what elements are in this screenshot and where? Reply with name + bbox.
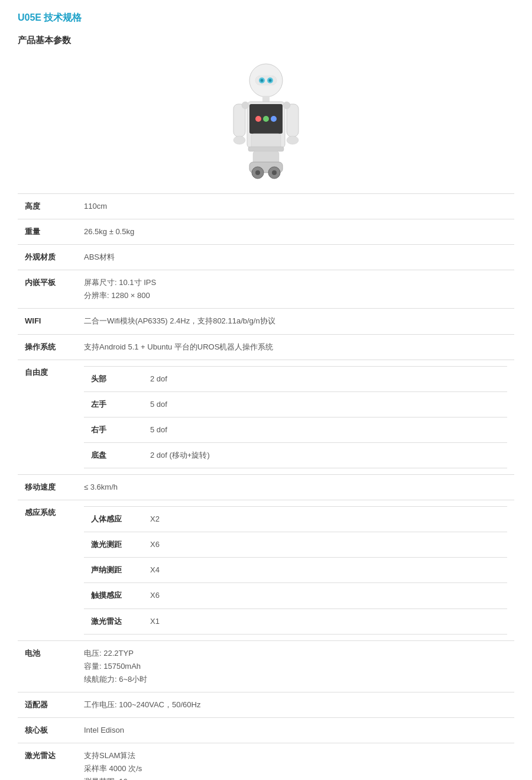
svg-point-24 — [242, 102, 249, 109]
svg-rect-12 — [251, 134, 281, 148]
svg-point-5 — [269, 79, 272, 82]
svg-point-11 — [271, 116, 277, 122]
spec-label: 适配器 — [18, 692, 77, 717]
table-row: 激光雷达 支持SLAM算法采样率 4000 次/s测量范围: 16m扫描速度: … — [18, 743, 514, 780]
table-row: 核心板 Intel Edison — [18, 717, 514, 743]
spec-value: 工作电压: 100~240VAC，50/60Hz — [77, 692, 514, 717]
svg-point-16 — [233, 136, 245, 144]
svg-rect-13 — [248, 147, 284, 151]
spec-value: ABS材料 — [77, 245, 514, 270]
spec-value: 电压: 22.2TYP容量: 15750mAh续航能力: 6~8小时 — [77, 640, 514, 692]
spec-label: 电池 — [18, 640, 77, 692]
spec-label: 外观材质 — [18, 245, 77, 270]
spec-label: WIFI — [18, 309, 77, 334]
spec-label: 核心板 — [18, 717, 77, 743]
table-row: 电池 电压: 22.2TYP容量: 15750mAh续航能力: 6~8小时 — [18, 640, 514, 692]
spec-table: 高度 110cm 重量 26.5kg ± 0.5kg 外观材质 ABS材料 内嵌… — [18, 193, 514, 780]
spec-value: 110cm — [77, 194, 514, 219]
robot-image — [18, 56, 514, 187]
svg-rect-15 — [287, 104, 299, 137]
section-title: 产品基本参数 — [18, 35, 514, 46]
svg-rect-18 — [253, 151, 279, 163]
spec-value: 屏幕尺寸: 10.1寸 IPS分辨率: 1280 × 800 — [77, 270, 514, 309]
spec-label: 重量 — [18, 219, 77, 245]
svg-rect-14 — [233, 104, 245, 137]
svg-point-10 — [263, 116, 269, 122]
page-title: U05E 技术规格 — [18, 12, 514, 24]
spec-label: 感应系统 — [18, 500, 77, 640]
spec-label: 操作系统 — [18, 334, 77, 360]
spec-value: 26.5kg ± 0.5kg — [77, 219, 514, 245]
table-row: WIFI 二合一Wifi模块(AP6335) 2.4Hz，支持802.11a/b… — [18, 309, 514, 334]
spec-value: ≤ 3.6km/h — [77, 475, 514, 500]
svg-point-23 — [272, 170, 277, 175]
spec-value: 二合一Wifi模块(AP6335) 2.4Hz，支持802.11a/b/g/n协… — [77, 309, 514, 334]
svg-point-9 — [255, 116, 261, 122]
svg-point-25 — [283, 102, 290, 109]
spec-label: 内嵌平板 — [18, 270, 77, 309]
spec-value: Intel Edison — [77, 717, 514, 743]
spec-label: 高度 — [18, 194, 77, 219]
table-row: 外观材质 ABS材料 — [18, 245, 514, 270]
table-row: 内嵌平板 屏幕尺寸: 10.1寸 IPS分辨率: 1280 × 800 — [18, 270, 514, 309]
spec-label: 激光雷达 — [18, 743, 77, 780]
table-row: 重量 26.5kg ± 0.5kg — [18, 219, 514, 245]
spec-value: 头部2 dof 左手5 dof 右手5 dof 底盘2 dof (移动+旋转) — [77, 360, 514, 474]
spec-label: 自由度 — [18, 360, 77, 474]
svg-point-17 — [287, 136, 299, 144]
svg-rect-1 — [255, 76, 277, 85]
svg-point-4 — [261, 79, 264, 82]
table-row: 高度 110cm — [18, 194, 514, 219]
spec-value: 人体感应X2 激光测距X6 声纳测距X4 触摸感应X6 激光雷达X1 — [77, 500, 514, 640]
spec-value: 支持Android 5.1 + Ubuntu 平台的UROS机器人操作系统 — [77, 334, 514, 360]
svg-rect-6 — [262, 96, 270, 102]
table-row: 操作系统 支持Android 5.1 + Ubuntu 平台的UROS机器人操作… — [18, 334, 514, 360]
table-row: 移动速度 ≤ 3.6km/h — [18, 475, 514, 500]
table-row: 适配器 工作电压: 100~240VAC，50/60Hz — [18, 692, 514, 717]
svg-point-22 — [255, 170, 260, 175]
table-row: 感应系统 人体感应X2 激光测距X6 声纳测距X4 触摸感应X6 激光雷达X1 — [18, 500, 514, 640]
table-row: 自由度 头部2 dof 左手5 dof 右手5 dof 底盘2 dof (移动+… — [18, 360, 514, 474]
spec-label: 移动速度 — [18, 475, 77, 500]
spec-value: 支持SLAM算法采样率 4000 次/s测量范围: 16m扫描速度: 10Hz扫… — [77, 743, 514, 780]
